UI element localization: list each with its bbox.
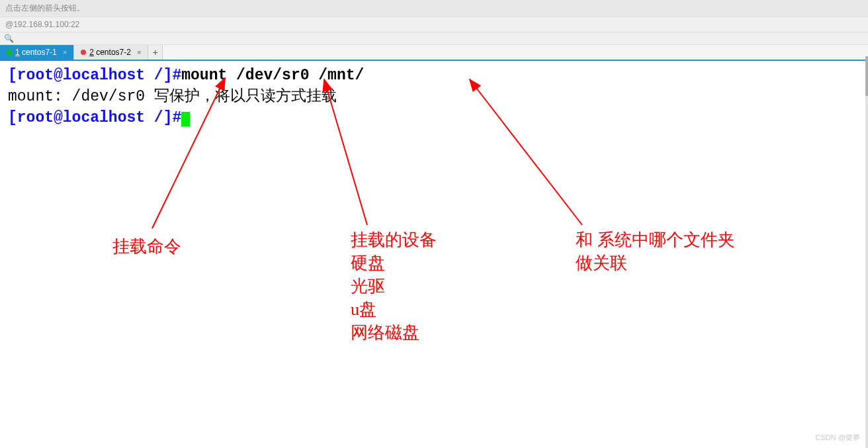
close-icon[interactable]: × xyxy=(63,48,67,56)
status-indicator-icon xyxy=(81,50,86,55)
prompt: [root@localhost /]# xyxy=(8,109,181,126)
terminal-line: [root@localhost /]#mount /dev/sr0 /mnt/ xyxy=(8,65,860,86)
tabs-bar: 1 centos7-1 × 2 centos7-2 × + xyxy=(0,45,868,61)
close-icon[interactable]: × xyxy=(137,48,141,56)
add-tab-button[interactable]: + xyxy=(148,45,163,60)
status-indicator-icon xyxy=(7,50,12,55)
annotation-device: 挂载的设备 硬盘 光驱 u盘 网络磁盘 xyxy=(351,228,437,344)
terminal-output: mount: /dev/sr0 写保护，将以只读方式挂载 xyxy=(8,86,860,107)
annotation-target: 和 系统中哪个文件夹 做关联 xyxy=(576,228,735,275)
address-bar: @192.168.91.100:22 xyxy=(0,17,868,32)
tab-centos7-1[interactable]: 1 centos7-1 × xyxy=(0,45,74,60)
cursor xyxy=(181,112,190,126)
tab-label: 2 centos7-2 xyxy=(89,48,131,57)
tab-centos7-2[interactable]: 2 centos7-2 × xyxy=(74,45,148,60)
header-hint: 点击左侧的箭头按钮。 xyxy=(0,0,868,17)
terminal-line: [root@localhost /]# xyxy=(8,107,860,128)
annotation-mount-cmd: 挂载命令 xyxy=(112,235,181,258)
tab-label: 1 centos7-1 xyxy=(15,48,57,57)
scrollbar-handle[interactable] xyxy=(865,56,868,96)
watermark: CSDN @樂夢 xyxy=(816,433,860,443)
search-icon[interactable]: 🔍 xyxy=(4,34,14,43)
command-text: mount /dev/sr0 /mnt/ xyxy=(181,67,364,84)
search-row: 🔍 xyxy=(0,32,868,45)
prompt: [root@localhost /]# xyxy=(8,67,181,84)
scrollbar[interactable] xyxy=(865,56,868,448)
